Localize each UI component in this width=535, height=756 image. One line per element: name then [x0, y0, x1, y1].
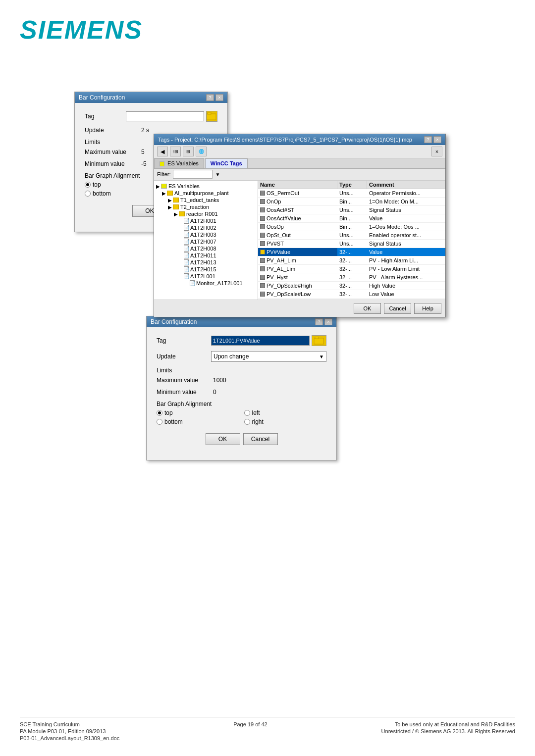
radio-right-bottom[interactable]: right [244, 418, 327, 425]
tree-item[interactable]: 📄Monitor_A1T2L001 [154, 280, 258, 287]
svg-rect-0 [207, 114, 216, 120]
filter-row: Filter: ▼ [154, 169, 445, 181]
max-value-top: 5 [141, 149, 145, 155]
tree-item[interactable]: 📄A1T2H011 [154, 252, 258, 259]
tree-item[interactable]: 📄A1T2H003 [154, 231, 258, 238]
toolbar-x-btn[interactable]: × [431, 147, 442, 156]
tag-name: OosOp [267, 224, 284, 230]
radio-circle-bottom[interactable] [85, 191, 91, 197]
tree-item[interactable]: ▶T1_educt_tanks [154, 197, 258, 203]
tag-type: 32-... [337, 282, 367, 290]
radio-circle-top-b[interactable] [157, 410, 162, 416]
toolbar-back-btn[interactable]: ◀ [157, 147, 168, 156]
update-select-bottom[interactable]: Upon change ▼ [211, 351, 326, 362]
tag-list-row[interactable]: PV_OpScale#Low 32-... Low Value [258, 290, 445, 299]
tree-item[interactable]: ▶AI_multipurpose_plant [154, 190, 258, 197]
tags-title: Tags - Project: C:\Program Files\Siemens… [158, 137, 412, 143]
tag-list-row[interactable]: OosOp Bin... 1=Oos Mode: Oos ... [258, 223, 445, 231]
tree-item[interactable]: 📄A1T2L001 [154, 273, 258, 280]
toolbar-table-btn[interactable]: ⊞ [183, 147, 194, 156]
tags-list-header: Name Type Comment [258, 181, 445, 189]
tag-name: OnOp [267, 199, 281, 204]
tag-type: 32-... [337, 273, 367, 281]
toolbar-tree-btn[interactable]: 🌐 [196, 147, 207, 156]
tag-label-bottom: Tag [157, 337, 211, 344]
tags-help-btn[interactable]: ? [424, 136, 432, 143]
tag-color-square [260, 233, 265, 238]
tags-list: Name Type Comment OS_PermOut Uns... Oper… [258, 181, 445, 300]
radio-top-bottom[interactable]: top [157, 409, 239, 416]
radio-circle-top[interactable] [85, 182, 91, 188]
tab-wincc-tags[interactable]: WinCC Tags [205, 158, 248, 168]
tree-item[interactable]: 📄A1T2H001 [154, 217, 258, 224]
tags-tree: ▶ES Variables▶AI_multipurpose_plant▶T1_e… [154, 181, 258, 300]
radio-bottom-top[interactable]: bottom [85, 190, 149, 197]
tree-item[interactable]: 📄A1T2H002 [154, 224, 258, 231]
tag-name-cell: PV_OpScale#Low [258, 290, 337, 298]
radio-left-bottom[interactable]: left [244, 409, 327, 416]
tag-input-top[interactable] [126, 111, 204, 121]
tag-list-row[interactable]: OnOp Bin... 1=On Mode: On M... [258, 198, 445, 206]
tags-ok-btn[interactable]: OK [354, 303, 381, 314]
radio-circle-right-b[interactable] [244, 419, 250, 425]
tag-list-row[interactable]: OpSt_Out Uns... Enabled operator st... [258, 231, 445, 240]
tree-item[interactable]: ▶ES Variables [154, 183, 258, 190]
tag-type: Uns... [337, 240, 367, 248]
tags-cancel-btn[interactable]: Cancel [384, 303, 411, 314]
radio-bottom-bottom[interactable]: bottom [157, 418, 239, 425]
tree-item[interactable]: 📄A1T2H008 [154, 245, 258, 252]
tag-list-row[interactable]: PV#Value 32-... Value [258, 248, 445, 256]
min-value-bottom: 0 [213, 389, 216, 396]
dropdown-arrow: ▼ [319, 354, 324, 359]
filter-input[interactable] [173, 170, 213, 179]
tags-tabs: ES Variables WinCC Tags [154, 158, 445, 169]
tag-browse-button-bottom[interactable] [312, 335, 326, 346]
tree-item[interactable]: 📄A1T2H013 [154, 259, 258, 266]
tree-item[interactable]: 📄A1T2H007 [154, 238, 258, 245]
tag-browse-button-top[interactable] [206, 111, 217, 122]
tag-name: PV_OpScale#High [267, 283, 312, 289]
tags-help-button[interactable]: Help [414, 303, 441, 314]
radio-bottom-label: bottom [93, 190, 111, 197]
tag-type: 32-... [337, 256, 367, 264]
help-button-bottom[interactable]: ? [315, 318, 323, 325]
tag-list-row[interactable]: OosAct#Value Bin... Value [258, 214, 445, 223]
tag-list-row[interactable]: OS_PermOut Uns... Operator Permissio... [258, 189, 445, 198]
cancel-button-bottom[interactable]: Cancel [243, 433, 278, 445]
tab-es-variables[interactable]: ES Variables [154, 158, 204, 168]
tag-type: Uns... [337, 231, 367, 239]
tag-list-row[interactable]: PV#ST Uns... Signal Status [258, 240, 445, 248]
titlebar-buttons: ? × [206, 94, 223, 101]
tag-list-row[interactable]: PV_AL_Lim 32-... PV - Low Alarm Limit [258, 265, 445, 273]
footer-page: Page 19 of 42 [233, 721, 268, 727]
tree-item[interactable]: ▶reactor R001 [154, 210, 258, 217]
tag-comment: Enabled operator st... [367, 231, 445, 239]
tag-color-square [260, 258, 265, 263]
tag-value-bottom[interactable]: 1T2L001.PV#Value [211, 336, 310, 346]
tag-list-row[interactable]: PV_OpScale#High 32-... High Value [258, 282, 445, 290]
tags-toolbar: ◀ ↑⊞ ⊞ 🌐 × [154, 145, 445, 158]
tag-list-row[interactable]: PV_AH_Lim 32-... PV - High Alarm Li... [258, 256, 445, 265]
radio-top-top[interactable]: top [85, 181, 149, 188]
close-button-bottom[interactable]: × [324, 318, 332, 325]
tags-close-btn[interactable]: × [433, 136, 441, 143]
tag-list-row[interactable]: PV_Hyst 32-... PV - Alarm Hysteres... [258, 273, 445, 282]
siemens-logo: SIEMENS [20, 15, 143, 45]
radio-circle-left-b[interactable] [244, 410, 250, 416]
filter-dropdown[interactable]: ▼ [215, 172, 220, 177]
tag-type: 32-... [337, 290, 367, 298]
ok-button-bottom[interactable]: OK [206, 433, 240, 445]
tag-type: 32-... [337, 248, 367, 256]
tree-item[interactable]: 📄A1T2H015 [154, 266, 258, 273]
tree-item[interactable]: ▶T2_reaction [154, 203, 258, 210]
tag-comment: Signal Status [367, 206, 445, 214]
radio-circle-bottom-b[interactable] [157, 419, 162, 425]
close-button-top[interactable]: × [215, 94, 223, 101]
help-button-top[interactable]: ? [206, 94, 214, 101]
tags-footer: OK Cancel Help [154, 300, 445, 317]
tag-comment: High Value [367, 282, 445, 290]
max-row-bottom: Maximum value 1000 [157, 377, 326, 384]
tag-list-row[interactable]: OosAct#ST Uns... Signal Status [258, 206, 445, 214]
toolbar-up-btn[interactable]: ↑⊞ [170, 147, 181, 156]
tag-comment: Operator Permissio... [367, 189, 445, 197]
